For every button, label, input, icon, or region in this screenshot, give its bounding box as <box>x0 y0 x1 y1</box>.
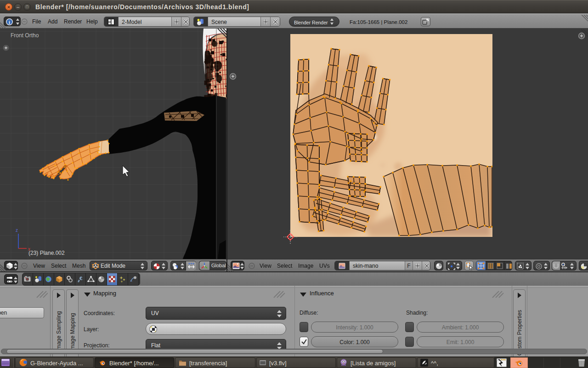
svg-text:z: z <box>16 228 18 233</box>
svg-text:Image Sampling: Image Sampling <box>56 311 62 351</box>
svg-text:Front Ortho: Front Ortho <box>11 32 39 39</box>
svg-text:(23) Plane.002: (23) Plane.002 <box>28 250 65 256</box>
svg-text:Image Mapping: Image Mapping <box>69 313 76 351</box>
svg-text:i: i <box>9 20 10 25</box>
